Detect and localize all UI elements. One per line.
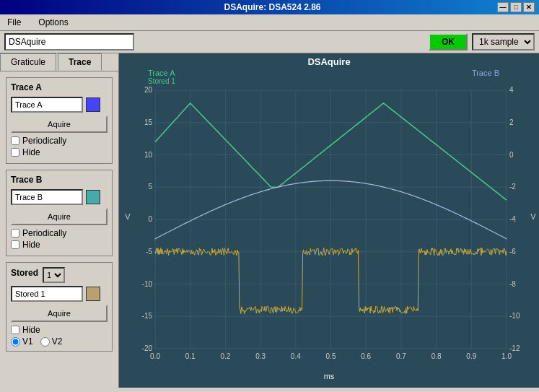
- stored-hide-label: Hide: [22, 325, 40, 335]
- trace-a-aquire-button[interactable]: Aquire: [11, 116, 108, 133]
- trace-a-legend-label: Trace A: [148, 69, 175, 77]
- stored-name-input[interactable]: [11, 286, 83, 302]
- trace-b-hide-checkbox[interactable]: [11, 240, 19, 249]
- dsaquire-input[interactable]: [4, 33, 134, 51]
- menu-file[interactable]: File: [3, 16, 25, 29]
- menu-options[interactable]: Options: [34, 16, 72, 29]
- toolbar: OK 1k sample 2k sample 4k sample: [0, 31, 539, 53]
- trace-a-input-row: [11, 97, 108, 113]
- trace-b-periodically-label: Periodically: [22, 228, 66, 238]
- menu-bar: File Options: [0, 14, 539, 31]
- trace-b-hide-label: Hide: [22, 240, 40, 250]
- stored-aquire-button[interactable]: Aquire: [11, 305, 108, 322]
- trace-a-name-input[interactable]: [11, 97, 83, 113]
- stored-section: Stored 1234 Aquire Hide V: [6, 262, 113, 352]
- trace-a-hide-checkbox[interactable]: [11, 148, 19, 157]
- stored-v2-radio[interactable]: [40, 337, 50, 347]
- sample-select[interactable]: 1k sample 2k sample 4k sample: [472, 33, 535, 51]
- stored-num-select[interactable]: 1234: [43, 267, 65, 283]
- stored-v1-radio[interactable]: [11, 337, 20, 347]
- trace-b-section: Trace B Aquire Periodically Hide: [6, 170, 113, 256]
- tab-trace[interactable]: Trace: [58, 53, 102, 71]
- trace-b-color-box[interactable]: [86, 190, 100, 204]
- chart-title: DSAquire: [119, 53, 539, 69]
- trace-a-hide-row: Hide: [11, 147, 108, 157]
- stored-v1-label[interactable]: V1: [11, 336, 33, 347]
- trace-b-legend-label: Trace B: [472, 69, 499, 85]
- close-button[interactable]: ✕: [523, 2, 535, 12]
- stored-v2-label[interactable]: V2: [40, 336, 63, 347]
- trace-a-periodically-row: Periodically: [11, 136, 108, 146]
- trace-b-title: Trace B: [11, 175, 108, 185]
- window-title: DSAquire: DSA524 2.86: [48, 2, 497, 12]
- stored-color-box[interactable]: [86, 287, 100, 301]
- tab-bar: Graticule Trace: [0, 53, 118, 71]
- trace-a-periodically-label: Periodically: [22, 136, 66, 146]
- x-axis-label: ms: [119, 370, 539, 382]
- stored-radio-row: V1 V2: [11, 336, 108, 347]
- trace-a-title: Trace A: [11, 82, 108, 92]
- stored-title: Stored: [11, 268, 38, 278]
- stored1-legend-label: Stored 1: [148, 77, 175, 85]
- trace-a-hide-label: Hide: [22, 147, 40, 157]
- minimize-button[interactable]: —: [497, 2, 509, 12]
- tab-graticule[interactable]: Graticule: [0, 53, 56, 71]
- window-controls: — □ ✕: [497, 2, 535, 12]
- title-bar: DSAquire: DSA524 2.86 — □ ✕: [0, 0, 539, 14]
- trace-b-aquire-button[interactable]: Aquire: [11, 208, 108, 225]
- oscilloscope-canvas: [119, 87, 539, 370]
- chart-area: DSAquire Trace A Stored 1 Trace B ms: [119, 53, 539, 388]
- trace-b-periodically-checkbox[interactable]: [11, 229, 19, 238]
- trace-a-section: Trace A Aquire Periodically Hide: [6, 77, 113, 164]
- left-panel: Graticule Trace Trace A Aquire Periodica…: [0, 53, 119, 388]
- stored-hide-row: Hide: [11, 325, 108, 335]
- trace-a-color-box[interactable]: [86, 97, 100, 112]
- main-area: Graticule Trace Trace A Aquire Periodica…: [0, 53, 539, 388]
- trace-b-input-row: [11, 189, 108, 205]
- panel-content: Trace A Aquire Periodically Hide Trace B: [0, 71, 118, 388]
- chart-legend-left: Trace A Stored 1: [148, 69, 175, 85]
- ok-button[interactable]: OK: [429, 33, 468, 51]
- trace-b-name-input[interactable]: [11, 189, 83, 205]
- trace-b-hide-row: Hide: [11, 240, 108, 250]
- trace-a-periodically-checkbox[interactable]: [11, 136, 19, 145]
- maximize-button[interactable]: □: [510, 2, 522, 12]
- trace-b-periodically-row: Periodically: [11, 228, 108, 238]
- stored-input-row: [11, 286, 108, 302]
- stored-hide-checkbox[interactable]: [11, 326, 19, 334]
- stored-header-row: Stored 1234: [11, 267, 108, 283]
